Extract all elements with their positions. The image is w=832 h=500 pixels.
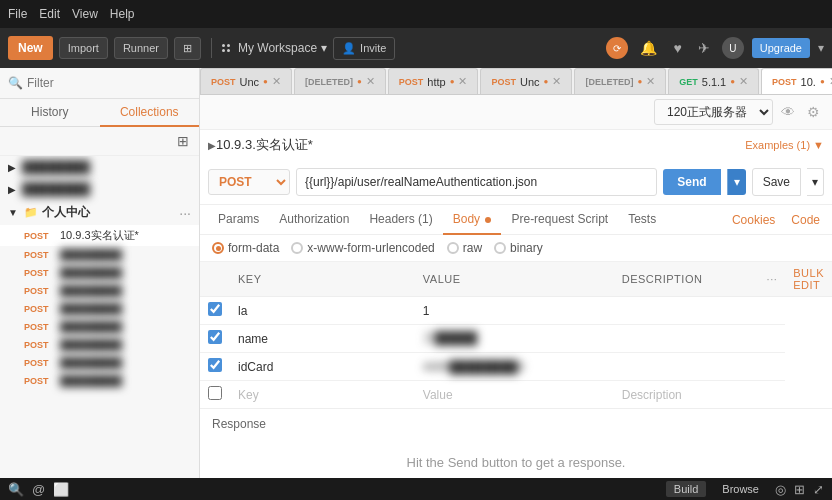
tab-close-icon-6[interactable]: ✕ [739,75,748,88]
tab-close-icon-3[interactable]: ✕ [458,75,467,88]
code-link[interactable]: Code [787,206,824,234]
list-item[interactable]: POST ████████ [0,336,199,354]
tab-item[interactable]: [DELETED] ● ✕ [294,68,386,94]
terminal-icon[interactable]: ⬜ [53,482,69,497]
row-check-3[interactable] [200,353,230,381]
tab-close-icon-5[interactable]: ✕ [646,75,655,88]
upgrade-chevron[interactable]: ▾ [818,41,824,55]
tab-close-icon-4[interactable]: ✕ [552,75,561,88]
runner-button[interactable]: Runner [114,37,168,59]
share-icon[interactable]: ✈ [694,38,714,58]
tab-history[interactable]: History [0,99,100,126]
row-value-3[interactable]: 4409████████0 [415,353,614,381]
status-build[interactable]: Build [666,481,706,497]
grid-bottom-icon[interactable]: ⊞ [794,482,805,497]
menu-edit[interactable]: Edit [39,7,60,21]
row-check-new[interactable] [200,381,230,409]
list-item[interactable]: POST ████████ [0,264,199,282]
send-arrow-button[interactable]: ▾ [727,169,746,195]
radio-binary[interactable]: binary [494,241,543,255]
folder-item-2[interactable]: ▶ ████████ [0,178,199,200]
bulk-edit-link[interactable]: Bulk Edit [793,267,824,291]
user-avatar[interactable]: U [722,37,744,59]
th-more[interactable]: ··· [759,262,786,297]
method-label: POST [24,376,54,386]
tab-method: POST [211,77,236,87]
import-button[interactable]: Import [59,37,108,59]
save-arrow-button[interactable]: ▾ [807,168,824,196]
radio-raw[interactable]: raw [447,241,482,255]
row-key-3[interactable]: idCard [230,353,415,381]
tab-close-icon[interactable]: ✕ [272,75,281,88]
avatar[interactable]: ⟳ [606,37,628,59]
eye-icon[interactable]: 👁 [777,102,799,122]
new-button[interactable]: New [8,36,53,60]
extra-button[interactable]: ⊞ [174,37,201,60]
tab-headers[interactable]: Headers (1) [359,205,442,235]
target-icon[interactable]: ◎ [775,482,786,497]
checkbox-3[interactable] [208,358,222,372]
tab-item[interactable]: POST Unc ● ✕ [200,68,292,94]
examples-link[interactable]: Examples (1) ▼ [745,139,824,151]
folder-personal[interactable]: ▼ 📁 个人中心 ··· [0,200,199,225]
bell-icon[interactable]: 🔔 [636,38,661,58]
invite-button[interactable]: 👤 Invite [333,37,395,60]
row-check-2[interactable] [200,325,230,353]
list-item[interactable]: POST ████████ [0,300,199,318]
row-key-2[interactable]: name [230,325,415,353]
tab-body[interactable]: Body [443,205,502,235]
row-value-2[interactable]: 王█████ [415,325,614,353]
tab-item[interactable]: POST Unc ● ✕ [480,68,572,94]
menu-help[interactable]: Help [110,7,135,21]
method-select[interactable]: POST GET PUT DELETE [208,169,290,195]
list-item[interactable]: POST ████████ [0,372,199,390]
radio-urlencoded[interactable]: x-www-form-urlencoded [291,241,434,255]
th-bulk-edit[interactable]: Bulk Edit [785,262,832,297]
checkbox-2[interactable] [208,330,222,344]
row-value-1[interactable]: 1 [415,297,614,325]
tab-item-active[interactable]: POST 10. ● ✕ [761,68,832,95]
tab-params[interactable]: Params [208,205,269,235]
tab-item[interactable]: POST http ● ✕ [388,68,479,94]
cookies-link[interactable]: Cookies [728,206,779,234]
row-value-new[interactable]: Value [415,381,614,409]
row-key-new[interactable]: Key [230,381,415,409]
send-button[interactable]: Send [663,169,720,195]
tab-tests[interactable]: Tests [618,205,666,235]
list-item[interactable]: POST 10.9.3实名认证* [0,225,199,246]
row-check-1[interactable] [200,297,230,325]
radio-form-data[interactable]: form-data [212,241,279,255]
checkbox-new[interactable] [208,386,222,400]
list-item[interactable]: POST ████████ [0,354,199,372]
search-bottom-icon[interactable]: 🔍 [8,482,24,497]
tab-item[interactable]: [DELETED] ● ✕ [574,68,666,94]
tab-pre-request[interactable]: Pre-request Script [501,205,618,235]
status-browse[interactable]: Browse [714,481,767,497]
menu-view[interactable]: View [72,7,98,21]
search-input[interactable] [27,76,191,90]
list-item[interactable]: POST ████████ [0,282,199,300]
list-item[interactable]: POST ████████ [0,318,199,336]
tab-authorization[interactable]: Authorization [269,205,359,235]
workspace-selector[interactable]: My Workspace ▾ [222,41,327,55]
workspace-chevron: ▾ [321,41,327,55]
expand-icon[interactable]: ⤢ [813,482,824,497]
server-select[interactable]: 120正式服务器 [654,99,773,125]
list-item[interactable]: POST ████████ [0,246,199,264]
folder-item-1[interactable]: ▶ ████████ [0,156,199,178]
tab-close-icon-2[interactable]: ✕ [366,75,375,88]
folder-more-icon[interactable]: ··· [179,205,191,221]
row-desc-new[interactable]: Description [614,381,759,409]
row-key-1[interactable]: la [230,297,415,325]
checkbox-1[interactable] [208,302,222,316]
settings-icon[interactable]: ⚙ [803,102,824,122]
upgrade-button[interactable]: Upgrade [752,38,810,58]
tab-collections[interactable]: Collections [100,99,200,127]
save-button[interactable]: Save [752,168,801,196]
menu-file[interactable]: File [8,7,27,21]
tab-item[interactable]: GET 5.1.1 ● ✕ [668,68,759,94]
heart-icon[interactable]: ♥ [669,38,685,58]
new-collection-button[interactable]: ⊞ [175,131,191,151]
url-input[interactable] [296,168,657,196]
at-icon[interactable]: @ [32,482,45,497]
